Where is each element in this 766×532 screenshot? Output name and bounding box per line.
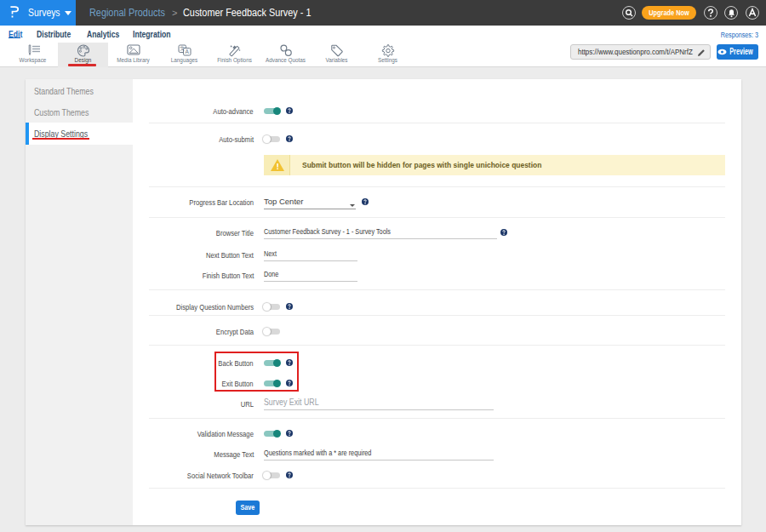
svg-text:A: A — [185, 49, 189, 54]
svg-text:文: 文 — [180, 45, 185, 51]
